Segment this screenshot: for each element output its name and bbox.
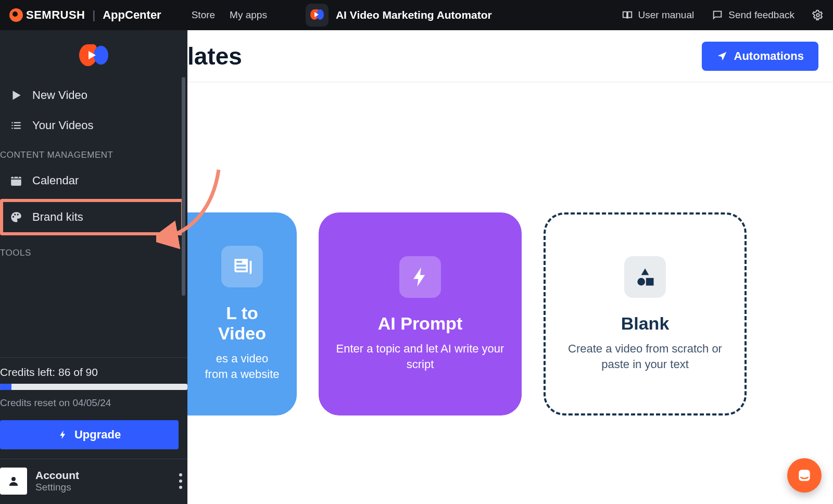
top-nav: Store My apps	[192, 9, 267, 21]
calendar-icon	[9, 174, 23, 187]
card-url-desc: es a video from a website	[203, 351, 281, 382]
sidebar-item-label: Your Videos	[32, 119, 93, 132]
newspaper-icon	[221, 246, 263, 287]
avatar	[0, 468, 27, 495]
palette-icon	[9, 210, 23, 224]
upgrade-button[interactable]: Upgrade	[0, 420, 179, 449]
bolt-icon	[399, 256, 441, 298]
account-subtitle: Settings	[35, 482, 79, 493]
list-icon	[9, 119, 23, 132]
credits-panel: Credits left: 86 of 90 Credits reset on …	[0, 358, 187, 411]
credits-progress-fill	[0, 384, 11, 390]
brand-divider: |	[93, 8, 96, 22]
card-ai-prompt[interactable]: AI Prompt Enter a topic and let AI write…	[319, 212, 522, 415]
send-feedback-link[interactable]: Send feedback	[712, 9, 794, 21]
automations-button[interactable]: Automations	[702, 42, 818, 71]
card-blank-title: Blank	[621, 313, 670, 334]
sidebar-app-logo[interactable]	[0, 30, 187, 80]
card-blank-desc: Create a video from scratch or paste in …	[561, 341, 729, 372]
book-icon	[622, 9, 633, 21]
sidebar-section-tools: TOOLS	[0, 238, 187, 263]
bolt-icon	[58, 430, 68, 440]
account-title: Account	[35, 469, 79, 482]
send-feedback-label: Send feedback	[728, 9, 794, 21]
credits-reset-text: Credits reset on 04/05/24	[0, 397, 187, 409]
gear-icon	[812, 9, 824, 21]
card-url-to-video[interactable]: L to Video es a video from a website	[187, 212, 297, 415]
chat-launcher[interactable]	[787, 458, 822, 493]
automations-label: Automations	[734, 49, 804, 63]
credits-progress	[0, 384, 187, 390]
page-title: lates	[187, 42, 242, 70]
appcenter-label[interactable]: AppCenter	[103, 8, 161, 22]
upgrade-label: Upgrade	[74, 428, 121, 442]
sidebar-section-content-mgmt: CONTENT MANAGEMENT	[0, 141, 187, 166]
svg-rect-5	[799, 470, 810, 481]
semrush-logo[interactable]: SEMRUSH	[9, 8, 85, 22]
credits-left-text: Credits left: 86 of 90	[0, 366, 187, 379]
user-manual-label: User manual	[638, 9, 695, 21]
current-app[interactable]: AI Video Marketing Automator	[306, 4, 492, 27]
semrush-flame-icon	[9, 8, 23, 22]
card-ai-desc: Enter a topic and let AI write your scri…	[334, 341, 506, 372]
feedback-icon	[712, 9, 723, 21]
person-icon	[7, 475, 20, 487]
top-right: User manual Send feedback	[622, 9, 824, 21]
annotation-highlight-brand-kits: Brand kits	[0, 199, 184, 235]
semrush-wordmark: SEMRUSH	[26, 8, 85, 22]
app-chip-icon	[306, 4, 329, 27]
svg-point-0	[816, 14, 819, 17]
card-url-title: L to Video	[203, 303, 281, 344]
intercom-icon	[796, 467, 813, 484]
user-manual-link[interactable]: User manual	[622, 9, 695, 21]
sidebar-item-label: Calendar	[32, 174, 79, 187]
top-bar: SEMRUSH | AppCenter Store My apps AI Vid…	[0, 0, 833, 30]
sidebar-item-brand-kits[interactable]: Brand kits	[3, 202, 171, 232]
account-menu-kebab[interactable]	[179, 473, 182, 489]
sidebar-item-calendar[interactable]: Calendar	[0, 166, 187, 196]
card-blank[interactable]: Blank Create a video from scratch or pas…	[544, 212, 747, 415]
sidebar-item-new-video[interactable]: New Video	[0, 80, 187, 110]
nav-store[interactable]: Store	[192, 9, 215, 21]
nav-myapps[interactable]: My apps	[230, 9, 267, 21]
sidebar: New Video Your Videos CONTENT MANAGEMENT…	[0, 30, 187, 504]
svg-point-1	[637, 278, 645, 286]
card-ai-title: AI Prompt	[378, 313, 462, 334]
play-icon	[9, 89, 23, 102]
send-icon	[716, 51, 728, 62]
sidebar-item-your-videos[interactable]: Your Videos	[0, 110, 187, 141]
brand-area: SEMRUSH | AppCenter	[9, 8, 161, 22]
account-row[interactable]: Account Settings	[0, 459, 187, 504]
svg-rect-2	[646, 278, 654, 286]
svg-point-4	[11, 477, 16, 481]
sidebar-scrollbar[interactable]	[182, 77, 185, 296]
sidebar-item-label: New Video	[32, 89, 87, 102]
account-texts: Account Settings	[35, 469, 79, 493]
settings-gear[interactable]	[812, 9, 824, 21]
current-app-title: AI Video Marketing Automator	[336, 9, 492, 21]
shapes-icon	[624, 256, 666, 298]
sidebar-item-label: Brand kits	[32, 210, 83, 224]
svg-rect-3	[11, 177, 21, 185]
